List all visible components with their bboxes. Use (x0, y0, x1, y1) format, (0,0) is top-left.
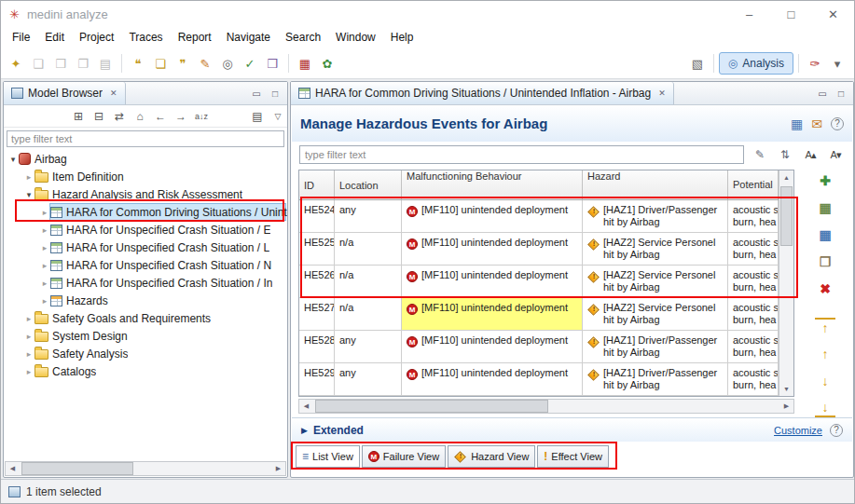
tree-item-item-definition[interactable]: ▸ Item Definition (4, 168, 287, 185)
scroll-track[interactable] (20, 462, 271, 475)
hara-table-button[interactable]: ▦ (294, 52, 316, 75)
table-row-he529[interactable]: HE529 any [MF110] unintended deployment … (299, 363, 793, 396)
column-header-location[interactable]: Location (335, 170, 402, 199)
tree-item-airbag[interactable]: ▾ Airbag (4, 150, 287, 168)
minimize-panel-icon[interactable]: ▭ (814, 89, 831, 99)
print-button[interactable]: ▤ (94, 52, 117, 75)
close-button[interactable]: ✕ (812, 1, 854, 27)
copy-button[interactable]: ❐ (72, 52, 94, 75)
collapse-all-button[interactable]: ⊟ (90, 107, 108, 126)
tab-close-icon[interactable]: ✕ (658, 89, 666, 98)
maximize-button[interactable]: □ (770, 1, 812, 27)
model-browser-filter-input[interactable] (7, 130, 284, 147)
move-top-button[interactable]: ↑ (815, 318, 835, 336)
table-row-he526[interactable]: HE526 n/a [MF110] unintended deployment … (299, 266, 793, 298)
move-up-button[interactable]: ↑ (815, 345, 835, 363)
table-row-he528[interactable]: HE528 any [MF110] unintended deployment … (299, 331, 793, 363)
tree-item-system-design[interactable]: ▸ System Design (4, 327, 287, 345)
scroll-thumb[interactable] (780, 186, 793, 246)
forward-button[interactable]: → (172, 107, 190, 126)
expand-icon[interactable]: ▸ (39, 296, 50, 306)
expand-icon[interactable]: ▸ (23, 332, 34, 341)
expand-icon[interactable]: ▸ (39, 261, 50, 270)
report-icon[interactable]: ✉ (811, 116, 822, 131)
tree-item-hazards[interactable]: ▸ Hazards (4, 292, 287, 309)
scroll-right-icon[interactable]: ▶ (271, 462, 285, 475)
tab-failure-view[interactable]: Failure View (362, 445, 446, 468)
scroll-up-icon[interactable]: ▲ (779, 170, 793, 184)
menu-report[interactable]: Report (171, 27, 219, 48)
menu-traces[interactable]: Traces (121, 27, 170, 48)
table-row-he527[interactable]: HE527 n/a [MF110] unintended deployment … (299, 298, 793, 331)
scroll-right-icon[interactable]: ▶ (779, 400, 793, 413)
sort-filter-icon[interactable]: ⇅ (776, 145, 794, 164)
comments-button[interactable]: ❝ (127, 52, 149, 75)
customize-toolbar-button[interactable]: ▧ (686, 52, 709, 75)
expand-icon[interactable]: ▸ (23, 172, 34, 182)
expand-icon[interactable]: ▸ (23, 314, 34, 323)
tree-item-catalogs[interactable]: ▸ Catalogs (4, 362, 287, 380)
home-button[interactable]: ⌂ (131, 107, 149, 126)
scroll-thumb[interactable] (315, 400, 548, 413)
column-header-potential[interactable]: Potential (728, 170, 779, 199)
table-row-he524[interactable]: HE524 any [MF110] unintended deployment … (299, 200, 793, 233)
menu-search[interactable]: Search (278, 27, 328, 48)
maximize-panel-icon[interactable]: □ (267, 89, 283, 99)
tab-hazard-view[interactable]: Hazard View (448, 445, 535, 468)
paintbrush-button[interactable]: ✑ (804, 52, 826, 75)
menu-project[interactable]: Project (72, 27, 121, 48)
expand-icon[interactable]: ▸ (39, 243, 50, 252)
help-icon[interactable]: ? (831, 117, 844, 130)
tree-item-safety-analysis[interactable]: ▸ Safety Analysis (4, 345, 287, 362)
edit-columns-icon[interactable]: ✎ (751, 145, 769, 164)
model-browser-tab[interactable]: Model Browser ✕ (4, 82, 126, 104)
tree-item-hazard-analysis[interactable]: ▾ Hazard Analysis and Risk Assessment (4, 185, 287, 203)
consistency-check-button[interactable]: ◎ (216, 52, 239, 75)
tab-list-view[interactable]: ≡ List View (296, 445, 360, 468)
reviews-button[interactable]: ❏ (149, 52, 172, 75)
menu-file[interactable]: File (5, 27, 37, 48)
expand-all-button[interactable]: ⊞ (69, 107, 88, 126)
column-header-malfunction[interactable]: Malfunctioning Behaviour (402, 170, 583, 199)
add-hazardous-event-button[interactable]: ✚ (815, 171, 835, 190)
minimize-button[interactable]: – (728, 1, 770, 27)
save-all-button[interactable]: ❒ (49, 52, 72, 75)
table-vscrollbar[interactable]: ▲ ▼ (779, 170, 793, 396)
menu-edit[interactable]: Edit (37, 27, 72, 48)
scroll-track[interactable] (313, 400, 779, 413)
tree-item-hara-unspecified-l[interactable]: ▸ HARA for Unspecified Crash Situation /… (4, 238, 287, 256)
collapse-icon[interactable]: ▾ (7, 155, 19, 164)
customize-link[interactable]: Customize (774, 425, 822, 436)
column-header-hazard[interactable]: Hazard (583, 170, 728, 199)
font-decrease-button[interactable]: A▾ (826, 145, 845, 164)
expand-icon[interactable]: ▸ (39, 279, 50, 288)
menu-navigate[interactable]: Navigate (219, 27, 278, 48)
link-with-editor-button[interactable]: ⇄ (110, 107, 129, 126)
menu-window[interactable]: Window (328, 27, 383, 48)
checklist-button[interactable]: ✓ (239, 52, 261, 75)
libraries-button[interactable]: ❒ (261, 52, 283, 75)
layout-button[interactable]: ▤ (248, 107, 267, 126)
expand-icon[interactable]: ▶ (301, 426, 308, 435)
tree-item-hara-common-driving[interactable]: ▸ HARA for Common Driving Situations / U… (4, 203, 287, 221)
move-bottom-button[interactable]: ↓ (815, 399, 835, 417)
tree-item-hara-unspecified-n[interactable]: ▸ HARA for Unspecified Crash Situation /… (4, 256, 287, 274)
save-button[interactable]: ❑ (27, 52, 49, 75)
annotate-button[interactable]: ✎ (194, 52, 216, 75)
discussion-button[interactable]: ❞ (172, 52, 194, 75)
model-browser-hscrollbar[interactable]: ◀ ▶ (5, 461, 286, 476)
add-table-entry-button[interactable]: ▦ (815, 198, 835, 217)
growth-button[interactable]: ✿ (316, 52, 338, 75)
delete-button[interactable]: ✖ (815, 279, 835, 298)
editor-tab[interactable]: HARA for Common Driving Situations / Uni… (291, 82, 674, 104)
maximize-panel-icon[interactable]: □ (833, 89, 849, 99)
expand-icon[interactable]: ▸ (23, 349, 34, 359)
tree-item-hara-unspecified-in[interactable]: ▸ HARA for Unspecified Crash Situation /… (4, 274, 287, 292)
new-wizard-button[interactable]: ✦ (5, 52, 27, 75)
table-hscrollbar[interactable]: ◀ ▶ (298, 399, 794, 414)
tree-item-safety-goals[interactable]: ▸ Safety Goals and Requirements (4, 309, 287, 327)
column-header-id[interactable]: ID (299, 170, 335, 199)
scroll-down-icon[interactable]: ▼ (779, 382, 793, 396)
table-filter-input[interactable] (299, 145, 744, 164)
tree-item-hara-unspecified-e[interactable]: ▸ HARA for Unspecified Crash Situation /… (4, 221, 287, 238)
